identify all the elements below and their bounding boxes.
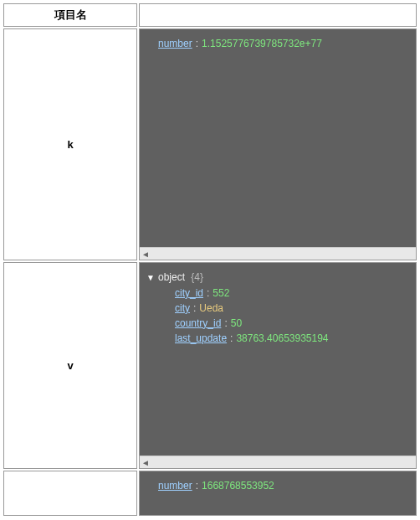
property-key[interactable]: country_id — [175, 317, 221, 329]
colon: : — [203, 287, 213, 299]
property-value: 1.1525776739785732e+77 — [202, 38, 322, 49]
tree-node[interactable]: number:1.1525776739785732e+77 — [145, 36, 411, 51]
property-key[interactable]: city_id — [175, 287, 203, 299]
colon: : — [221, 317, 230, 329]
property-key[interactable]: last_update — [175, 332, 227, 344]
row-value: number:1.1525776739785732e+77◄ — [139, 28, 417, 260]
colon: : — [227, 332, 236, 344]
json-viewer[interactable]: number:1668768553952 — [140, 471, 416, 515]
property-key[interactable]: number — [158, 38, 192, 49]
tree-node[interactable]: number:1668768553952 — [145, 478, 411, 493]
json-viewer[interactable]: number:1.1525776739785732e+77 — [140, 29, 416, 247]
json-viewer[interactable]: ▼object {4}city_id:552city:Uedacountry_i… — [140, 263, 416, 456]
horizontal-scrollbar[interactable]: ◄ — [140, 247, 416, 260]
property-key[interactable]: city — [175, 302, 190, 314]
table-row: knumber:1.1525776739785732e+77◄ — [3, 28, 417, 260]
tree-node[interactable]: ▼object {4} — [145, 270, 411, 286]
row-key — [3, 471, 137, 516]
table-row: number:1668768553952 — [3, 471, 417, 516]
collapse-toggle-icon[interactable]: ▼ — [146, 270, 156, 286]
header-col2 — [139, 3, 417, 27]
scroll-left-icon[interactable]: ◄ — [141, 457, 150, 468]
tree-node[interactable]: city:Ueda — [145, 301, 411, 316]
colon: : — [192, 480, 202, 492]
property-value: 1668768553952 — [202, 480, 274, 492]
property-key[interactable]: number — [158, 480, 192, 492]
table-row: v▼object {4}city_id:552city:Uedacountry_… — [3, 262, 417, 469]
tree-node[interactable]: country_id:50 — [145, 316, 411, 331]
row-key: v — [3, 262, 137, 469]
property-value: 50 — [231, 317, 242, 329]
child-count: {4} — [185, 271, 203, 283]
header-col1: 項目名 — [3, 3, 137, 27]
tree-node[interactable]: city_id:552 — [145, 286, 411, 301]
colon: : — [192, 38, 202, 49]
row-value: ▼object {4}city_id:552city:Uedacountry_i… — [139, 262, 417, 469]
property-value: 38763.40653935194 — [236, 332, 328, 344]
data-table: 項目名 knumber:1.1525776739785732e+77◄v▼obj… — [2, 2, 418, 517]
horizontal-scrollbar[interactable]: ◄ — [140, 456, 416, 468]
property-value: 552 — [213, 287, 229, 299]
row-value: number:1668768553952 — [139, 471, 417, 516]
type-label: object — [158, 271, 185, 283]
row-key: k — [3, 28, 137, 260]
tree-node[interactable]: last_update:38763.40653935194 — [145, 331, 411, 346]
colon: : — [190, 302, 199, 314]
scroll-left-icon[interactable]: ◄ — [141, 249, 150, 260]
property-value: Ueda — [199, 302, 223, 314]
